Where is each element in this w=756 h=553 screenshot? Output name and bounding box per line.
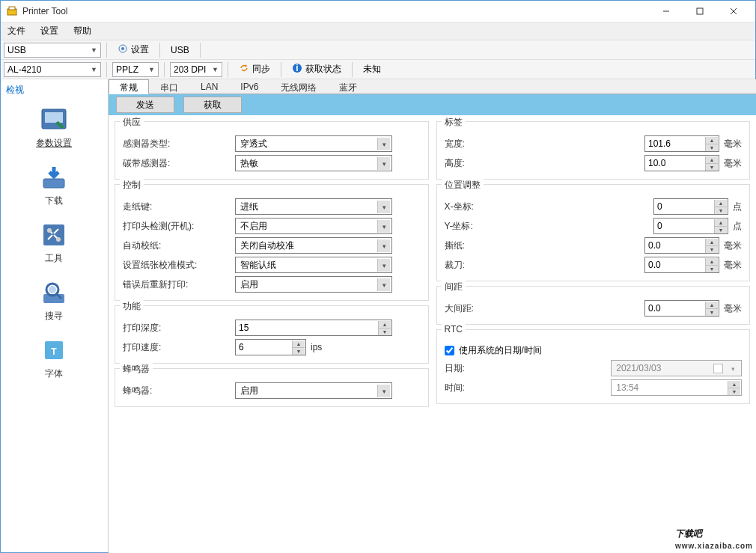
close-button[interactable] [716, 0, 750, 22]
cut-spinner[interactable]: 0.0▲▼ [644, 257, 719, 273]
sidebar-item-label: 下载 [45, 195, 63, 207]
spin-down-icon[interactable]: ▼ [728, 388, 740, 395]
tear-spinner[interactable]: 0.0▲▼ [644, 237, 719, 254]
gap-label: 大间距: [445, 302, 491, 315]
reprint-label: 错误后重新打印: [123, 278, 235, 291]
height-spinner[interactable]: 10.0▲▼ [644, 155, 719, 171]
sidebar-item-params[interactable]: 参数设置 [0, 101, 108, 159]
head-check-label: 打印头检测(开机): [123, 220, 235, 233]
tab-general[interactable]: 常规 [109, 79, 149, 94]
sidebar-item-label: 搜寻 [45, 310, 63, 323]
spin-up-icon[interactable]: ▲ [705, 156, 718, 164]
group-control: 控制 走纸键:进纸▾ 打印头检测(开机):不启用▾ 自动校纸:关闭自动校准▾ 设… [115, 184, 429, 301]
use-system-datetime-checkbox[interactable] [445, 346, 454, 355]
width-spinner[interactable]: 101.6▲▼ [644, 135, 719, 152]
head-check-combo[interactable]: 不启用▾ [235, 218, 392, 234]
language-combo[interactable]: PPLZ ▼ [112, 62, 159, 77]
y-spinner[interactable]: 0▲▼ [653, 218, 728, 234]
group-position: 位置调整 X-坐标: 0▲▼ 点 Y-坐标: 0▲▼ 点 撕纸: 0.0▲▼ 毫… [436, 184, 751, 281]
menu-file[interactable]: 文件 [0, 22, 33, 40]
maximize-button[interactable] [683, 0, 716, 22]
speed-spinner[interactable]: 6▲▼ [235, 339, 306, 355]
spin-up-icon[interactable]: ▲ [714, 219, 727, 227]
chevron-down-icon: ▼ [91, 46, 97, 54]
reprint-combo[interactable]: 启用▾ [235, 276, 392, 293]
menu-help[interactable]: 帮助 [66, 22, 99, 40]
spin-down-icon[interactable]: ▼ [714, 227, 727, 233]
send-button[interactable]: 发送 [116, 97, 174, 113]
spin-down-icon[interactable]: ▼ [705, 144, 718, 151]
svg-point-15 [56, 237, 61, 242]
model-value: AL-4210 [7, 64, 41, 75]
height-unit: 毫米 [724, 157, 742, 170]
params-icon [37, 106, 70, 134]
dpi-combo[interactable]: 203 DPI ▼ [170, 62, 222, 77]
sidebar-item-label: 参数设置 [36, 137, 72, 150]
spin-down-icon[interactable]: ▼ [378, 329, 391, 335]
ribbon-sensor-combo[interactable]: 热敏▾ [235, 155, 392, 171]
spin-down-icon[interactable]: ▼ [705, 164, 718, 171]
tab-lan[interactable]: LAN [189, 79, 229, 94]
separator [200, 43, 201, 58]
height-label: 高度: [445, 157, 491, 170]
auto-cal-combo[interactable]: 关闭自动校准▾ [235, 237, 392, 254]
connection-settings-button[interactable]: 设置 [112, 42, 154, 58]
spin-down-icon[interactable]: ▼ [705, 309, 718, 316]
date-field[interactable]: 2021/03/03▾ [611, 360, 742, 376]
spin-up-icon[interactable]: ▲ [728, 381, 740, 388]
menu-settings[interactable]: 设置 [33, 22, 66, 40]
spin-up-icon[interactable]: ▲ [378, 321, 391, 329]
sidebar-item-tools[interactable]: 工具 [0, 216, 108, 274]
spin-up-icon[interactable]: ▲ [705, 137, 718, 144]
spin-up-icon[interactable]: ▲ [705, 239, 718, 246]
sync-button[interactable]: 同步 [234, 61, 275, 78]
spin-down-icon[interactable]: ▼ [705, 266, 718, 272]
sidebar-item-label: 字体 [45, 367, 63, 380]
model-combo[interactable]: AL-4210 ▼ [4, 62, 101, 77]
group-gap: 间距 大间距: 0.0▲▼ 毫米 [436, 286, 751, 325]
sensor-type-label: 感测器类型: [123, 138, 235, 150]
tab-bluetooth[interactable]: 蓝牙 [328, 79, 368, 94]
chevron-down-icon: ▾ [377, 201, 390, 213]
group-legend: 供应 [120, 116, 144, 129]
sidebar-item-download[interactable]: 下载 [0, 159, 108, 216]
tab-serial[interactable]: 串口 [149, 79, 189, 94]
group-legend: 控制 [120, 179, 144, 192]
minimize-button[interactable] [649, 0, 683, 22]
get-button[interactable]: 获取 [183, 97, 242, 113]
tab-wireless[interactable]: 无线网络 [269, 79, 328, 94]
time-field[interactable]: 13:54▲▼ [611, 379, 742, 396]
width-label: 宽度: [445, 138, 491, 150]
spin-up-icon[interactable]: ▲ [705, 258, 718, 266]
buzzer-combo[interactable]: 启用▾ [235, 382, 392, 399]
darkness-label: 打印深度: [123, 322, 235, 334]
svg-text:i: i [296, 63, 298, 73]
feed-key-combo[interactable]: 进纸▾ [235, 198, 392, 215]
group-label: 标签 宽度: 101.6▲▼ 毫米 高度: 10.0▲▼ 毫米 [436, 121, 751, 180]
gap-spinner[interactable]: 0.0▲▼ [644, 300, 719, 317]
sidebar-item-fonts[interactable]: T 字体 [0, 332, 108, 389]
action-bar: 发送 获取 [109, 94, 756, 115]
refresh-icon [239, 63, 249, 76]
x-spinner[interactable]: 0▲▼ [653, 198, 728, 215]
separator [164, 62, 165, 77]
y-label: Y-坐标: [445, 220, 491, 233]
watermark: 下载吧 www.xiazaiba.com [675, 518, 753, 550]
connection-type-combo[interactable]: USB ▼ [4, 43, 101, 58]
paper-cal-mode-combo[interactable]: 智能认纸▾ [235, 257, 392, 273]
spin-up-icon[interactable]: ▲ [705, 302, 718, 309]
spin-up-icon[interactable]: ▲ [714, 200, 727, 207]
buzzer-label: 蜂鸣器: [123, 385, 235, 397]
chevron-down-icon: ▾ [377, 385, 390, 397]
spin-up-icon[interactable]: ▲ [292, 340, 305, 348]
separator [106, 62, 107, 77]
spin-down-icon[interactable]: ▼ [705, 246, 718, 253]
darkness-spinner[interactable]: 15▲▼ [235, 320, 392, 336]
date-label: 日期: [445, 362, 491, 375]
get-status-button[interactable]: i 获取状态 [287, 61, 347, 78]
spin-down-icon[interactable]: ▼ [714, 207, 727, 214]
spin-down-icon[interactable]: ▼ [292, 348, 305, 355]
tab-ipv6[interactable]: IPv6 [229, 79, 269, 94]
sidebar-item-search[interactable]: 搜寻 [0, 274, 108, 332]
sensor-type-combo[interactable]: 穿透式▾ [235, 135, 392, 152]
